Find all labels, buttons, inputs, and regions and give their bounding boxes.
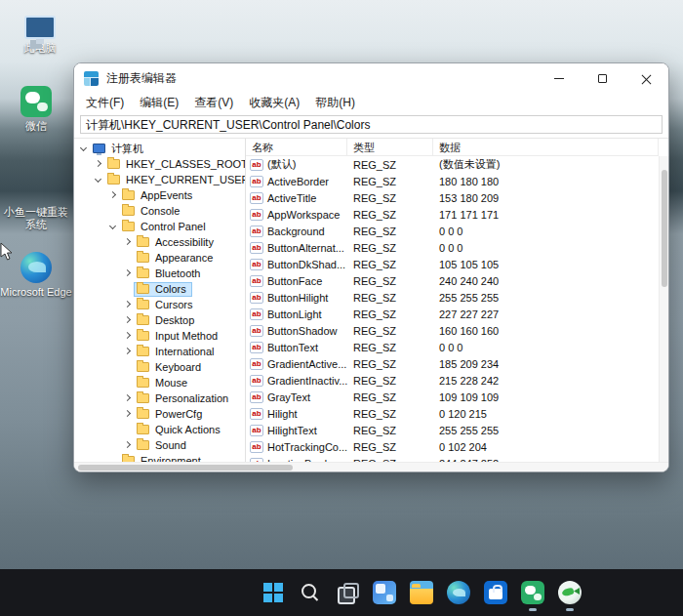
taskbar-taskview-button[interactable] [336, 581, 359, 604]
chevron-down-icon[interactable] [107, 221, 119, 232]
table-row-appworkspace[interactable]: abAppWorkspaceREG_SZ171 171 171 [246, 206, 668, 223]
column-header-name[interactable]: 名称 [246, 139, 347, 155]
tree-node[interactable]: 计算机 [90, 142, 149, 156]
tree-item-keyboard[interactable]: Keyboard [74, 359, 245, 375]
scrollbar-thumb[interactable] [78, 465, 293, 471]
tree-item-hkey-current-user[interactable]: HKEY_CURRENT_USER [74, 172, 245, 187]
close-button[interactable] [624, 63, 668, 93]
table-row-hottrackingco[interactable]: abHotTrackingCo...REG_SZ0 102 204 [246, 438, 668, 455]
scrollbar-thumb[interactable] [662, 170, 667, 287]
tree-node[interactable]: Mouse [134, 376, 193, 390]
horizontal-scrollbar[interactable] [74, 462, 668, 472]
tree-node[interactable]: Sound [134, 438, 192, 453]
tree-node[interactable]: Personalization [134, 391, 234, 406]
menu-item-4[interactable]: 帮助(H) [307, 93, 363, 113]
tree-item-environment[interactable]: Environment [74, 453, 245, 462]
taskbar-edge-button[interactable] [447, 581, 470, 604]
taskbar-search-button[interactable] [299, 581, 322, 604]
table-row-buttonface[interactable]: abButtonFaceREG_SZ240 240 240 [246, 272, 668, 289]
tree-item-desktop[interactable]: Desktop [74, 312, 245, 328]
tree-item-international[interactable]: International [74, 344, 245, 359]
tree-node[interactable]: HKEY_CLASSES_ROOT [104, 157, 246, 172]
tree-item-personalization[interactable]: Personalization [74, 390, 245, 406]
tree-node[interactable]: Control Panel [119, 220, 212, 234]
taskbar-start-button[interactable] [261, 581, 285, 604]
table-row-0[interactable]: ab(默认)REG_SZ(数值未设置) [246, 156, 668, 173]
maximize-button[interactable] [581, 63, 624, 93]
desktop-icon-this-pc[interactable]: 此电脑 [4, 12, 76, 55]
tree-item-colors[interactable]: Colors [74, 281, 245, 297]
tree-item-input-method[interactable]: Input Method [74, 328, 245, 344]
tree-node[interactable]: Input Method [134, 329, 223, 344]
taskbar-wechat-button[interactable] [521, 581, 544, 604]
chevron-right-icon[interactable] [122, 236, 134, 248]
tree-node[interactable]: Keyboard [134, 360, 207, 375]
menu-item-2[interactable]: 查看(V) [186, 93, 241, 113]
tree-node[interactable]: Quick Actions [134, 423, 226, 437]
taskbar-widgets-button[interactable] [373, 581, 396, 604]
tree-node[interactable]: Desktop [134, 313, 200, 328]
tree-node[interactable]: Appearance [134, 251, 219, 266]
table-row-activeborder[interactable]: abActiveBorderREG_SZ180 180 180 [246, 173, 668, 189]
menu-item-1[interactable]: 编辑(E) [132, 93, 186, 113]
tree-node[interactable]: AppEvents [119, 188, 198, 203]
tree-item-control-panel[interactable]: Control Panel [74, 219, 245, 234]
menu-item-3[interactable]: 收藏夹(A) [241, 93, 307, 113]
tree-item-appevents[interactable]: AppEvents [74, 187, 245, 203]
tree-item-0[interactable]: 计算机 [74, 141, 245, 156]
tree-item-quick-actions[interactable]: Quick Actions [74, 422, 245, 437]
menu-item-0[interactable]: 文件(F) [78, 93, 132, 113]
table-row-hilighttext[interactable]: abHilightTextREG_SZ255 255 255 [246, 422, 668, 438]
chevron-right-icon[interactable] [122, 346, 134, 357]
table-row-buttonshadow[interactable]: abButtonShadowREG_SZ160 160 160 [246, 322, 668, 339]
tree-item-hkey-classes-root[interactable]: HKEY_CLASSES_ROOT [74, 156, 245, 172]
title-bar[interactable]: 注册表编辑器 [74, 63, 668, 93]
taskbar-store-button[interactable] [484, 581, 507, 604]
chevron-right-icon[interactable] [122, 314, 134, 326]
taskbar-explorer-button[interactable] [410, 581, 433, 604]
chevron-right-icon[interactable] [122, 330, 134, 342]
table-row-activetitle[interactable]: abActiveTitleREG_SZ153 180 209 [246, 189, 668, 206]
table-row-gradientinactiv[interactable]: abGradientInactiv...REG_SZ215 228 242 [246, 372, 668, 389]
taskbar-installer-button[interactable] [558, 581, 582, 604]
chevron-right-icon[interactable] [107, 189, 119, 201]
vertical-scrollbar[interactable] [659, 156, 668, 462]
chevron-down-icon[interactable] [78, 143, 90, 154]
table-row-buttonalternat[interactable]: abButtonAlternat...REG_SZ0 0 0 [246, 239, 668, 256]
desktop-icon-wechat[interactable]: 微信 [0, 86, 72, 133]
chevron-right-icon[interactable] [122, 439, 134, 451]
tree-node[interactable]: Console [119, 204, 185, 219]
chevron-right-icon[interactable] [122, 299, 134, 310]
chevron-down-icon[interactable] [93, 174, 104, 185]
tree-node[interactable]: Accessibility [134, 235, 220, 250]
table-row-background[interactable]: abBackgroundREG_SZ0 0 0 [246, 223, 668, 239]
tree-node[interactable]: Colors [134, 282, 192, 297]
tree-node[interactable]: PowerCfg [134, 407, 208, 422]
table-row-inactiveborder[interactable]: abInactiveBorderREG_SZ244 247 252 [246, 455, 668, 462]
tree-item-accessibility[interactable]: Accessibility [74, 234, 245, 250]
tree-item-sound[interactable]: Sound [74, 437, 245, 453]
column-header-type[interactable]: 类型 [347, 139, 433, 155]
table-row-buttonhilight[interactable]: abButtonHilightREG_SZ255 255 255 [246, 289, 668, 306]
chevron-right-icon[interactable] [122, 392, 134, 404]
table-row-hilight[interactable]: abHilightREG_SZ0 120 215 [246, 405, 668, 422]
table-row-gradientactive[interactable]: abGradientActive...REG_SZ185 209 234 [246, 355, 668, 372]
table-row-buttonlight[interactable]: abButtonLightREG_SZ227 227 227 [246, 306, 668, 322]
tree-node[interactable]: International [134, 345, 221, 359]
column-header-data[interactable]: 数据 [433, 139, 659, 155]
tree-node[interactable]: Cursors [134, 298, 199, 312]
tree-item-powercfg[interactable]: PowerCfg [74, 406, 245, 422]
chevron-right-icon[interactable] [122, 408, 134, 420]
tree-node[interactable]: Bluetooth [134, 267, 206, 281]
tree-item-console[interactable]: Console [74, 203, 245, 219]
table-row-buttondkshad[interactable]: abButtonDkShad...REG_SZ105 105 105 [246, 256, 668, 272]
tree-node[interactable]: Environment [119, 454, 207, 463]
minimize-button[interactable] [537, 63, 581, 93]
tree-item-cursors[interactable]: Cursors [74, 297, 245, 312]
desktop-icon-xiaoyu-installer[interactable]: 小鱼一键重装系统 [0, 172, 72, 230]
tree-item-mouse[interactable]: Mouse [74, 375, 245, 390]
address-input[interactable]: 计算机\HKEY_CURRENT_USER\Control Panel\Colo… [80, 115, 663, 134]
tree-node[interactable]: HKEY_CURRENT_USER [104, 173, 246, 187]
table-row-graytext[interactable]: abGrayTextREG_SZ109 109 109 [246, 389, 668, 405]
tree-item-bluetooth[interactable]: Bluetooth [74, 266, 245, 281]
